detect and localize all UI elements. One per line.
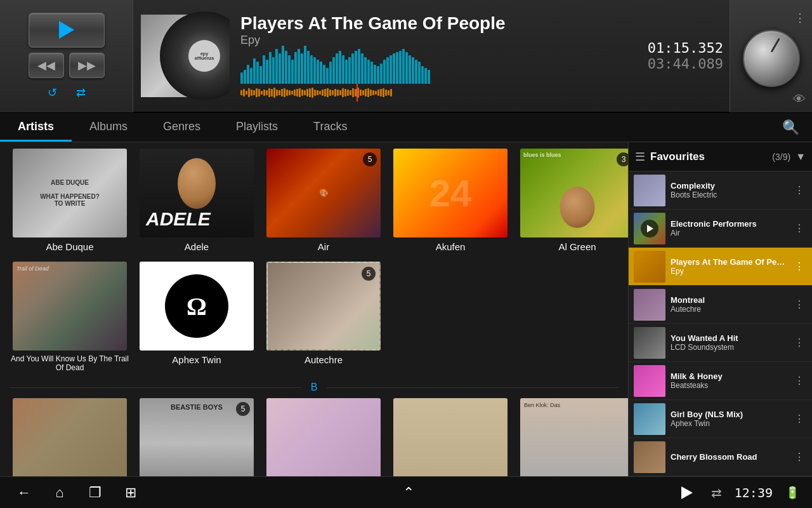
artist-name: And You Will Know Us By The Trail Of Dea… [10, 354, 130, 372]
artist-row-a2: Trail of Dead And You Will Know Us By Th… [10, 262, 619, 372]
mini-play-button[interactable] [641, 220, 658, 237]
track-artist: Epy [240, 34, 628, 47]
playlist-action[interactable]: ⋮ [792, 258, 807, 275]
playlist-action[interactable]: ⋮ [792, 448, 807, 465]
artist-item-ben-klok[interactable]: Ben Klok: Das [517, 398, 628, 476]
playlist-action[interactable]: ⋮ [792, 220, 807, 237]
tab-playlists[interactable]: Playlists [218, 113, 296, 142]
playlist-thumb [634, 175, 665, 206]
tab-tracks[interactable]: Tracks [296, 113, 365, 142]
playlist-action[interactable]: ⋮ [792, 334, 807, 351]
playhead[interactable] [357, 84, 358, 102]
artist-name: Autechre [671, 305, 787, 314]
eye-button[interactable]: 👁 [793, 92, 806, 107]
recent-apps-button[interactable]: ❐ [84, 481, 107, 504]
album-art: epyaffluenza [141, 11, 230, 100]
search-button[interactable]: 🔍 [769, 113, 812, 142]
playlist-thumb [634, 327, 665, 359]
shuffle-button[interactable]: ⇄ [76, 86, 86, 100]
back-button[interactable]: ← [13, 481, 36, 504]
player-controls: ◀◀ ▶▶ ↺ ⇄ [0, 0, 133, 112]
tab-albums[interactable]: Albums [72, 113, 145, 142]
badge: 3 [617, 152, 628, 166]
artist-cover-b3 [266, 398, 381, 476]
list-icon: ☰ [635, 150, 645, 164]
artist-item-b3[interactable] [263, 398, 384, 476]
artist-row-a: ABE DUQUEWHAT HAPPENED?TO WRITE Abe Duqu… [10, 149, 619, 252]
artist-cover-air: 5 🎨 [266, 149, 381, 237]
artist-cover-b1 [13, 398, 127, 476]
sys-play-button[interactable] [676, 481, 698, 504]
menu-dots-button[interactable]: ⋮ [794, 11, 806, 25]
artist-item-al-green[interactable]: 3 blues is blues Al Green [517, 149, 628, 252]
home-button[interactable]: ⌂ [48, 481, 71, 504]
track-name: Girl Boy (NLS Mix) [671, 410, 787, 419]
play-button[interactable] [29, 13, 105, 48]
next-button[interactable]: ▶▶ [69, 53, 105, 78]
vinyl-label: epyaffluenza [188, 40, 220, 72]
artist-item-aphex-twin[interactable]: Ω Aphex Twin [136, 262, 257, 372]
tab-artists[interactable]: Artists [0, 113, 72, 142]
artist-item-akufen[interactable]: 24 Akufen [390, 149, 511, 252]
repeat-button[interactable]: ↺ [48, 86, 57, 100]
main-area: ABE DUQUEWHAT HAPPENED?TO WRITE Abe Duqu… [0, 142, 812, 476]
playlist-item[interactable]: Electronic Performers Air ⋮ [629, 210, 812, 248]
artist-item-b1[interactable] [10, 398, 130, 476]
prev-icon: ◀◀ [37, 58, 55, 72]
artist-name: Adele [185, 241, 209, 252]
artist-cover-abe-duque: ABE DUQUEWHAT HAPPENED?TO WRITE [13, 149, 127, 237]
sync-icon[interactable]: ⇄ [711, 485, 722, 500]
playlist-item[interactable]: Girl Boy (NLS Mix) Aphex Twin ⋮ [629, 400, 812, 438]
playlist-text: Montreal Autechre [665, 295, 792, 314]
playlist-item[interactable]: Complexity Boots Electric ⋮ [629, 171, 812, 210]
playlist-text: Cherry Blossom Road [665, 452, 792, 462]
favourites-count: (3/9) [772, 152, 790, 162]
artist-cover-ben-klok: Ben Klok: Das [520, 398, 628, 476]
up-button[interactable]: ⌃ [397, 481, 420, 504]
volume-knob[interactable] [743, 30, 800, 87]
track-name: Players At The Game Of People [671, 257, 787, 267]
artist-name: Epy [671, 267, 787, 276]
artist-cover-akufen: 24 [393, 149, 508, 237]
playlist-item-active[interactable]: Players At The Game Of People Epy ⋮ [629, 248, 812, 286]
bottom-controls: ↺ ⇄ [48, 86, 86, 100]
playlist-action[interactable]: ⋮ [792, 182, 807, 199]
nav-tabs: Artists Albums Genres Playlists Tracks 🔍 [0, 113, 812, 142]
waveform[interactable] [240, 84, 628, 102]
badge: 5 [362, 267, 376, 281]
play-icon [681, 486, 693, 499]
track-name: Complexity [671, 181, 787, 190]
artist-item-beastie-boys[interactable]: 5 BEASTIE BOYS [136, 398, 257, 476]
play-icon [647, 225, 653, 232]
artist-item-air[interactable]: 5 🎨 Air [263, 149, 384, 252]
playlist-action[interactable]: ⋮ [792, 410, 807, 427]
right-sidebar: ☰ Favourites (3/9) ▼ Complexity Boots El… [628, 142, 812, 476]
system-bar: ← ⌂ ❐ ⊞ ⌃ ⇄ 12:39 🔋 [0, 476, 812, 508]
artist-item-adele[interactable]: ADELE Adele [136, 149, 257, 252]
artist-item-autechre[interactable]: 5 Autechre [263, 262, 384, 372]
prev-button[interactable]: ◀◀ [29, 53, 64, 78]
playlist-text: You Wanted A Hit LCD Soundsystem [665, 333, 792, 352]
screenshot-button[interactable]: ⊞ [119, 481, 142, 504]
aphex-logo: Ω [140, 262, 254, 351]
playlist-action[interactable]: ⋮ [792, 296, 807, 313]
aphex-circle: Ω [165, 274, 228, 338]
track-name: Electronic Performers [671, 219, 787, 229]
track-name: Milk & Honey [671, 371, 787, 381]
artist-item-b4[interactable] [390, 398, 511, 476]
playlist-item[interactable]: Montreal Autechre ⋮ [629, 286, 812, 324]
tab-genres[interactable]: Genres [145, 113, 218, 142]
playlist-item[interactable]: Cherry Blossom Road ⋮ [629, 438, 812, 476]
playlist-item[interactable]: Milk & Honey Beatsteaks ⋮ [629, 362, 812, 400]
expand-icon[interactable]: ▼ [796, 151, 806, 163]
search-icon: 🔍 [782, 119, 799, 136]
artist-item-andyou[interactable]: Trail of Dead And You Will Know Us By Th… [10, 262, 130, 372]
artist-name: Boots Electric [671, 190, 787, 199]
artist-cover-autechre: 5 [266, 262, 381, 351]
artist-name: Air [671, 229, 787, 237]
artist-item-abe-duque[interactable]: ABE DUQUEWHAT HAPPENED?TO WRITE Abe Duqu… [10, 149, 130, 252]
playlist-item[interactable]: You Wanted A Hit LCD Soundsystem ⋮ [629, 324, 812, 362]
playlist-thumb [634, 403, 665, 435]
playlist-action[interactable]: ⋮ [792, 372, 807, 389]
playlist-text: Milk & Honey Beatsteaks [665, 371, 792, 390]
